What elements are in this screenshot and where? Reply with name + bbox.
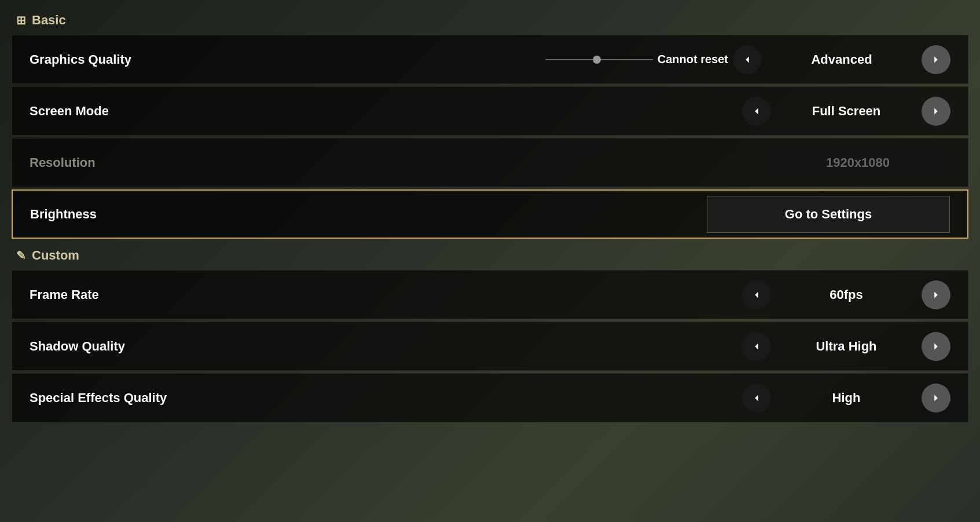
screen-mode-label: Screen Mode [30,104,707,119]
screen-mode-controls: Full Screen [707,97,950,126]
special-effects-label: Special Effects Quality [30,390,707,406]
screen-mode-row: Screen Mode Full Screen [12,86,968,136]
special-effects-prev-button[interactable] [742,384,771,413]
frame-rate-controls: 60fps [707,280,950,309]
frame-rate-value: 60fps [771,287,922,302]
shadow-quality-controls: Ultra High [707,332,950,361]
frame-rate-label: Frame Rate [30,287,707,302]
shadow-quality-next-button[interactable] [922,332,950,361]
graphics-quality-next-button[interactable] [922,45,950,74]
shadow-quality-prev-button[interactable] [742,332,771,361]
graphics-quality-label: Graphics Quality [30,52,545,67]
resolution-row: Resolution 1920x1080 [12,138,968,187]
custom-label: Custom [32,248,79,263]
brightness-row: Brightness Go to Settings [12,189,968,239]
screen-mode-value: Full Screen [771,104,922,119]
go-to-settings-button[interactable]: Go to Settings [707,196,950,233]
special-effects-next-button[interactable] [922,384,950,413]
resolution-label: Resolution [30,155,707,170]
special-effects-value: High [771,390,922,406]
graphics-slider-thumb [593,56,601,64]
basic-section-header: ⊞ Basic [12,6,968,35]
frame-rate-prev-button[interactable] [742,280,771,309]
brightness-controls: Go to Settings [707,196,950,233]
special-effects-controls: High [707,384,950,413]
frame-rate-next-button[interactable] [922,280,950,309]
shadow-quality-label: Shadow Quality [30,339,707,354]
basic-icon: ⊞ [16,13,26,27]
graphics-quality-value: Advanced [766,52,917,67]
graphics-quality-controls: Cannot reset Advanced [545,45,950,74]
custom-section-header: ✎ Custom [12,241,968,270]
cannot-reset-label: Cannot reset [658,53,728,66]
screen-mode-next-button[interactable] [922,97,950,126]
screen-mode-prev-button[interactable] [742,97,771,126]
resolution-value: 1920x1080 [765,148,950,177]
basic-label: Basic [32,13,66,28]
special-effects-row: Special Effects Quality High [12,373,968,422]
graphics-slider-track [545,59,653,60]
graphics-quality-row: Graphics Quality Cannot reset Advanced [12,35,968,84]
frame-rate-row: Frame Rate 60fps [12,270,968,319]
graphics-quality-prev-button[interactable] [733,45,762,74]
graphics-slider-section [545,59,653,60]
shadow-quality-value: Ultra High [771,339,922,354]
resolution-controls: 1920x1080 [707,148,950,177]
shadow-quality-row: Shadow Quality Ultra High [12,322,968,371]
custom-icon: ✎ [16,249,26,262]
brightness-label: Brightness [30,207,707,222]
